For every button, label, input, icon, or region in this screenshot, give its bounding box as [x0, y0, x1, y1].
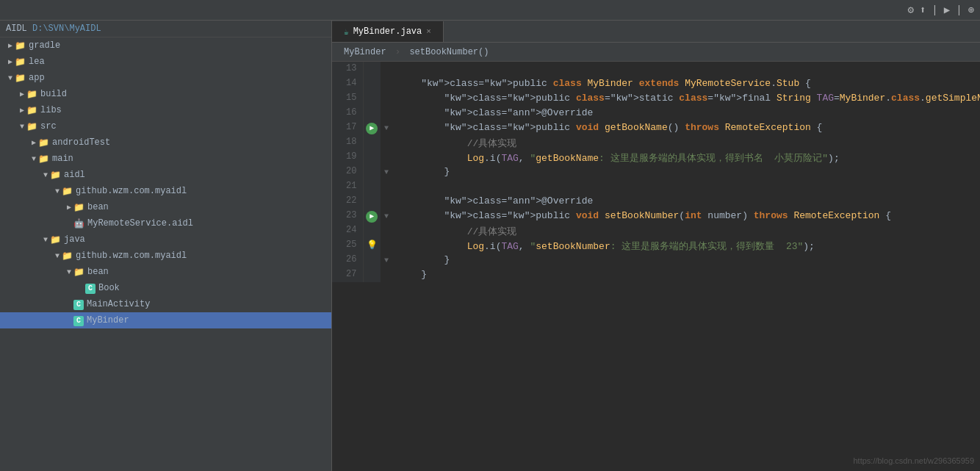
tree-item-label: github.wzm.com.myaidl: [76, 251, 187, 261]
tree-file-icon: C: [85, 283, 96, 294]
tree-item-bean_aidl[interactable]: ▶📁bean: [0, 199, 331, 215]
line-fold: [381, 106, 392, 121]
line-fold: ▼: [381, 209, 392, 223]
line-gutter: [363, 267, 381, 282]
tree-item-label: androidTest: [52, 137, 110, 148]
line-fold: [381, 194, 392, 209]
line-number: 22: [332, 194, 363, 209]
tree-file-icon: 📁: [26, 121, 37, 132]
code-content[interactable]: "kw">class="ann">@Override: [392, 194, 980, 209]
code-line: 18 //具体实现: [332, 135, 980, 150]
settings-icon[interactable]: ⚙: [907, 4, 913, 16]
code-content[interactable]: }: [392, 165, 980, 179]
tree-item-label: java: [64, 234, 85, 245]
fold-icon[interactable]: ▼: [384, 124, 389, 132]
tree-item-src[interactable]: ▼📁src: [0, 118, 331, 134]
code-content[interactable]: "kw">class="kw">public void setBookNumbe…: [392, 209, 980, 223]
line-number: 18: [332, 135, 363, 150]
tree-item-label: MyBinder: [87, 315, 129, 326]
code-content[interactable]: [392, 179, 980, 194]
line-gutter: [363, 165, 381, 179]
tree-file-icon: 📁: [50, 234, 61, 245]
tree-item-libs[interactable]: ▶📁libs: [0, 102, 331, 118]
gutter-bulb-icon[interactable]: 💡: [367, 240, 378, 251]
tree-item-aidl[interactable]: ▼📁aidl: [0, 167, 331, 183]
fold-icon[interactable]: ▼: [384, 168, 389, 176]
line-number: 15: [332, 91, 363, 106]
tree-file-icon: 📁: [26, 105, 37, 116]
tree-item-label: main: [52, 154, 73, 164]
java-file-icon: ☕: [344, 27, 349, 37]
tree-item-lea[interactable]: ▶📁lea: [0, 54, 331, 70]
code-content[interactable]: //具体实现: [392, 135, 980, 150]
run-icon[interactable]: ▶: [944, 4, 950, 16]
tab-filename: MyBinder.java: [353, 26, 422, 37]
tree-item-bean_java[interactable]: ▼📁bean: [0, 264, 331, 280]
code-line: 17▶▼ "kw">class="kw">public void getBook…: [332, 121, 980, 135]
line-gutter: [363, 223, 381, 238]
tree-file-icon: 📁: [73, 267, 84, 278]
line-gutter: [363, 91, 381, 106]
code-content[interactable]: Log.i(TAG, "getBookName: 这里是服务端的具体实现，得到书…: [392, 150, 980, 165]
line-number: 25: [332, 238, 363, 253]
code-content[interactable]: "kw">class="kw">public void getBookName(…: [392, 121, 980, 135]
tab-close-button[interactable]: ×: [426, 27, 431, 36]
tree-item-label: src: [40, 121, 57, 132]
sync-icon[interactable]: ⬆: [920, 4, 926, 16]
code-content[interactable]: [392, 62, 980, 76]
code-content[interactable]: Log.i(TAG, "setBookNumber: 这里是服务端的具体实现，得…: [392, 238, 980, 253]
line-gutter: 💡: [363, 238, 381, 253]
line-number: 16: [332, 106, 363, 121]
line-fold: ▼: [381, 253, 392, 267]
code-content[interactable]: //具体实现: [392, 223, 980, 238]
active-tab[interactable]: ☕ MyBinder.java ×: [332, 21, 444, 42]
tree-arrow: ▼: [6, 74, 15, 82]
tree-file-icon: 📁: [38, 137, 49, 148]
tree-arrow: ▼: [29, 155, 38, 163]
tree-arrow: ▶: [29, 138, 38, 147]
line-number: 14: [332, 76, 363, 91]
tree-item-java[interactable]: ▼📁java: [0, 231, 331, 248]
tree-item-build[interactable]: ▶📁build: [0, 86, 331, 102]
tree-item-myremoteservice[interactable]: 🤖MyRemoteService.aidl: [0, 215, 331, 231]
code-content[interactable]: "kw">class="kw">public class MyBinder ex…: [392, 76, 980, 91]
tree-arrow: ▼: [41, 236, 50, 244]
tree-item-mybinder[interactable]: CMyBinder: [0, 312, 331, 328]
project-path: D:\SVN\MyAIDL: [32, 24, 101, 34]
code-content[interactable]: }: [392, 253, 980, 267]
more-icon[interactable]: ⊕: [968, 4, 974, 16]
line-gutter: [363, 76, 381, 91]
tree-arrow: ▶: [6, 57, 15, 66]
gutter-green-icon[interactable]: ▶: [366, 211, 378, 223]
code-line: 22 "kw">class="ann">@Override: [332, 194, 980, 209]
tree-arrow: ▶: [65, 203, 73, 212]
code-content[interactable]: "kw">class="ann">@Override: [392, 106, 980, 121]
line-fold: [381, 179, 392, 194]
tree-item-app[interactable]: ▼📁app: [0, 70, 331, 86]
tree-item-main[interactable]: ▼📁main: [0, 151, 331, 167]
tree-item-label: Book: [98, 283, 120, 293]
tree-item-label: aidl: [64, 170, 85, 180]
line-fold: ▼: [381, 165, 392, 179]
breadcrumb-bar: MyBinder › setBookNumber(): [332, 43, 980, 62]
tree-item-androidTest[interactable]: ▶📁androidTest: [0, 134, 331, 151]
tree-item-mainactivity[interactable]: CMainActivity: [0, 296, 331, 312]
code-container[interactable]: 1314 "kw">class="kw">public class MyBind…: [332, 62, 980, 471]
tree-item-gradle[interactable]: ▶📁gradle: [0, 37, 331, 54]
tree-file-icon: 📁: [15, 73, 26, 84]
tree-file-icon: 🤖: [73, 218, 84, 229]
code-content[interactable]: }: [392, 267, 980, 282]
breadcrumb-mybinder[interactable]: MyBinder: [338, 46, 392, 59]
line-fold: [381, 91, 392, 106]
fold-icon[interactable]: ▼: [384, 212, 389, 220]
line-number: 13: [332, 62, 363, 76]
fold-icon[interactable]: ▼: [384, 256, 389, 265]
gutter-green-icon[interactable]: ▶: [366, 123, 378, 134]
breadcrumb-method[interactable]: setBookNumber(): [403, 46, 494, 59]
code-line: 13: [332, 62, 980, 76]
tree-item-github_aidl[interactable]: ▼📁github.wzm.com.myaidl: [0, 183, 331, 199]
tree-item-github_java[interactable]: ▼📁github.wzm.com.myaidl: [0, 248, 331, 264]
tree-item-book[interactable]: CBook: [0, 280, 331, 296]
code-content[interactable]: "kw">class="kw">public class="kw">static…: [392, 91, 980, 106]
tree-item-label: libs: [40, 105, 62, 115]
